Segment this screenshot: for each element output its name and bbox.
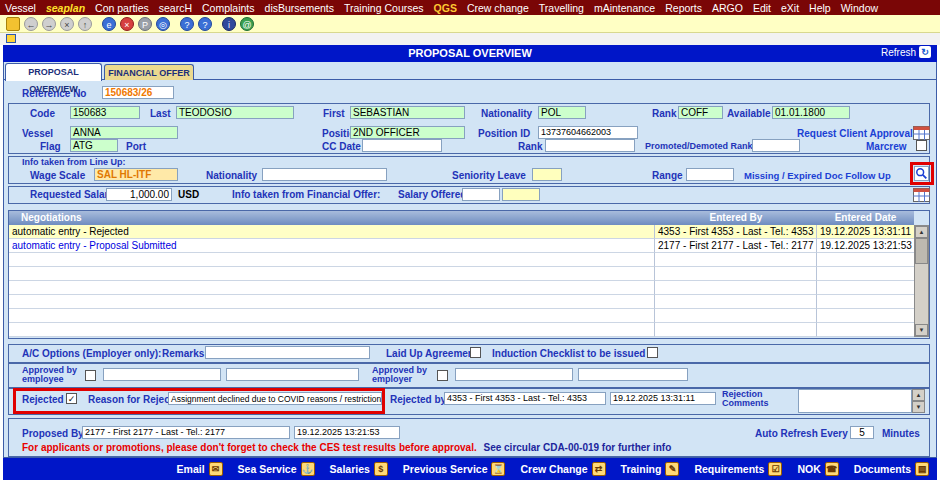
table-row-empty[interactable] bbox=[9, 281, 914, 295]
scroll-up-icon[interactable]: ▲ bbox=[915, 226, 928, 238]
table-scrollbar[interactable]: ▲ ▼ bbox=[914, 225, 929, 337]
approved-employee-field-1[interactable] bbox=[103, 368, 221, 381]
print-icon[interactable]: P bbox=[138, 17, 152, 31]
table-row-empty[interactable] bbox=[9, 323, 914, 337]
menu-argo[interactable]: ARGO bbox=[707, 2, 748, 14]
menu-maintenance[interactable]: mAintenance bbox=[589, 2, 660, 14]
request-client-approval-icon[interactable] bbox=[913, 126, 930, 140]
menu-reports[interactable]: Reports bbox=[660, 2, 707, 14]
back-icon[interactable]: ← bbox=[24, 17, 38, 31]
scroll-up-icon[interactable]: ▲ bbox=[912, 389, 925, 401]
web-icon[interactable]: e bbox=[102, 17, 116, 31]
seniority-leave-field[interactable] bbox=[532, 168, 562, 181]
requested-salary-field[interactable]: 1,000.00 bbox=[106, 188, 172, 201]
menu-search[interactable]: searcH bbox=[154, 2, 197, 14]
nationality-field[interactable]: POL bbox=[538, 106, 586, 119]
menu-qgs[interactable]: QGS bbox=[429, 2, 462, 14]
rejected-checkbox[interactable]: ✓ bbox=[66, 393, 77, 404]
laid-up-agreement-checkbox[interactable] bbox=[470, 347, 481, 358]
refresh-button[interactable]: Refresh ↻ bbox=[881, 46, 931, 58]
help-topics-icon[interactable]: ? bbox=[198, 17, 212, 31]
proposed-date-field[interactable]: 19.12.2025 13:21:53 bbox=[294, 426, 400, 439]
promoted-demoted-rank-field[interactable] bbox=[752, 139, 800, 152]
menu-edit[interactable]: Edit bbox=[748, 2, 776, 14]
requirements-button[interactable]: Requirements ☑ bbox=[694, 462, 782, 476]
last-name-field[interactable]: TEODOSIO bbox=[176, 106, 294, 119]
menu-help[interactable]: Help bbox=[804, 2, 836, 14]
tab-financial-offer[interactable]: FINANCIAL OFFER bbox=[104, 64, 194, 80]
documents-button[interactable]: Documents ▤ bbox=[854, 462, 929, 476]
negotiation-text-link[interactable]: automatic entry - Proposal Submitted bbox=[9, 239, 655, 253]
approved-employer-field-1[interactable] bbox=[455, 368, 573, 381]
help-icon[interactable]: ? bbox=[180, 17, 194, 31]
salary-offered-field-1[interactable] bbox=[462, 188, 500, 201]
flag-field[interactable]: ATG bbox=[70, 139, 118, 152]
approved-by-employer-checkbox[interactable] bbox=[437, 370, 448, 381]
approved-employer-field-2[interactable] bbox=[578, 368, 688, 381]
nok-button[interactable]: NOK ☎ bbox=[797, 462, 838, 476]
table-row[interactable]: automatic entry - Proposal Submitted 217… bbox=[9, 239, 914, 253]
mail-icon[interactable]: @ bbox=[240, 17, 254, 31]
menu-complaints[interactable]: Complaints bbox=[197, 2, 260, 14]
lineup-nationality-field[interactable] bbox=[262, 168, 387, 181]
table-row-empty[interactable] bbox=[9, 267, 914, 281]
table-row-empty[interactable] bbox=[9, 295, 914, 309]
rejected-by-field[interactable]: 4353 - First 4353 - Last - Tel.: 4353 bbox=[444, 392, 606, 405]
menu-vessel[interactable]: Vessel bbox=[0, 2, 41, 14]
salary-grid-icon[interactable] bbox=[913, 188, 930, 202]
position-id-field[interactable]: 13737604662003 bbox=[538, 126, 638, 139]
crew-change-button[interactable]: Crew Change ⇄ bbox=[520, 462, 605, 476]
up-icon[interactable]: ↑ bbox=[78, 17, 92, 31]
code-field[interactable]: 150683 bbox=[70, 106, 140, 119]
rejection-comments-scrollbar[interactable]: ▲ ▼ bbox=[912, 389, 925, 413]
rejected-date-field[interactable]: 19.12.2025 13:31:11 bbox=[610, 392, 716, 405]
missing-doc-search-icon[interactable] bbox=[914, 166, 929, 181]
table-row[interactable]: automatic entry - Rejected 4353 - First … bbox=[9, 225, 914, 239]
marcrew-checkbox[interactable] bbox=[916, 140, 927, 151]
range-field[interactable] bbox=[686, 168, 734, 181]
salary-offered-field-2[interactable] bbox=[502, 188, 540, 201]
auto-refresh-field[interactable]: 5 bbox=[850, 426, 874, 439]
request-client-approval-link[interactable]: Request Client Approval bbox=[797, 128, 913, 139]
vessel-field[interactable]: ANNA bbox=[70, 126, 178, 139]
reason-for-reject-field[interactable]: Assignment declined due to COVID reasons… bbox=[168, 392, 382, 405]
proposed-by-field[interactable]: 2177 - First 2177 - Last - Tel.: 2177 bbox=[82, 426, 290, 439]
salaries-button[interactable]: Salaries $ bbox=[330, 462, 388, 476]
cc-date-field[interactable] bbox=[362, 139, 442, 152]
approved-employee-field-2[interactable] bbox=[226, 368, 359, 381]
menu-travelling[interactable]: Travelling bbox=[534, 2, 589, 14]
menu-crew-change[interactable]: Crew change bbox=[462, 2, 534, 14]
approved-by-employee-checkbox[interactable] bbox=[85, 370, 96, 381]
training-button[interactable]: Training ✎ bbox=[621, 462, 680, 476]
table-row-empty[interactable] bbox=[9, 253, 914, 267]
rank-field[interactable]: COFF bbox=[678, 106, 723, 119]
stop-icon[interactable]: × bbox=[60, 17, 74, 31]
menu-con-parties[interactable]: Con parties bbox=[90, 2, 154, 14]
previous-service-button[interactable]: Previous Service ⌛ bbox=[403, 462, 506, 476]
scroll-down-icon[interactable]: ▼ bbox=[912, 401, 925, 413]
remarks-field[interactable] bbox=[205, 346, 370, 359]
position-field[interactable]: 2ND OFFICER bbox=[350, 126, 465, 139]
menu-window[interactable]: Window bbox=[836, 2, 883, 14]
tab-proposal-overview[interactable]: PROPOSAL OVERVIEW bbox=[5, 63, 102, 81]
open-folder-icon[interactable] bbox=[6, 17, 20, 31]
wage-scale-field[interactable]: SAL HL-ITF bbox=[94, 168, 178, 181]
reference-no-field[interactable]: 150683/26 bbox=[102, 86, 174, 99]
email-button[interactable]: Email ✉ bbox=[177, 462, 223, 476]
sea-service-button[interactable]: Sea Service ⚓ bbox=[238, 462, 315, 476]
menu-training-courses[interactable]: Training Courses bbox=[339, 2, 429, 14]
cancel-icon[interactable]: × bbox=[120, 17, 134, 31]
induction-checklist-checkbox[interactable] bbox=[647, 347, 658, 358]
menu-disbursements[interactable]: disBursements bbox=[260, 2, 339, 14]
forward-icon[interactable]: → bbox=[42, 17, 56, 31]
find-icon[interactable]: ◎ bbox=[156, 17, 170, 31]
rejection-comments-field[interactable] bbox=[798, 389, 912, 413]
first-name-field[interactable]: SEBASTIAN bbox=[350, 106, 465, 119]
table-row-empty[interactable] bbox=[9, 309, 914, 323]
scroll-down-icon[interactable]: ▼ bbox=[915, 324, 928, 336]
available-field[interactable]: 01.01.1800 bbox=[772, 106, 850, 119]
scroll-thumb[interactable] bbox=[915, 238, 928, 264]
menu-seaplan[interactable]: seaplan bbox=[41, 2, 90, 14]
rank2-field[interactable] bbox=[545, 139, 635, 152]
marcrew-link[interactable]: Marcrew bbox=[866, 141, 907, 152]
